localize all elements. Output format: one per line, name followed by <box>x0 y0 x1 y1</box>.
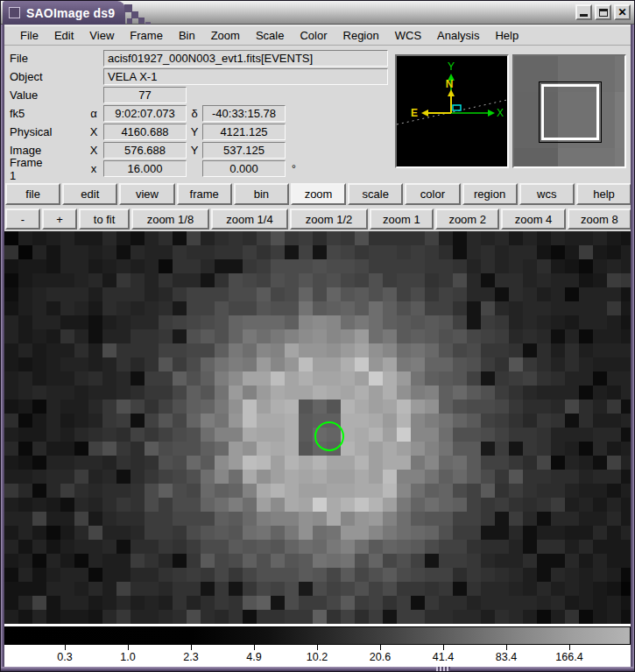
title-tab[interactable]: SAOImage ds9 <box>3 1 125 25</box>
menu-edit[interactable]: Edit <box>46 27 81 44</box>
window-title: SAOImage ds9 <box>26 6 115 20</box>
dec-field[interactable]: -40:33:15.78 <box>202 105 286 122</box>
image-x-field[interactable]: 576.688 <box>103 142 187 159</box>
window-frame-right <box>631 25 634 671</box>
zoom-1-4-button[interactable]: zoom 1/4 <box>211 209 289 230</box>
window-controls: ✕ <box>575 4 631 20</box>
colorbar-label: 10.2 <box>291 651 343 663</box>
frame-label: Frame 1 <box>10 156 43 182</box>
svg-text:Y: Y <box>448 60 455 73</box>
menu-scale[interactable]: Scale <box>248 27 293 44</box>
toolbar-help-button[interactable]: help <box>576 183 631 205</box>
file-value-field[interactable]: acisf01927_000N003_evt1.fits[EVENTS] <box>103 50 388 67</box>
maximize-button[interactable] <box>595 4 611 20</box>
zoom-1-button[interactable]: zoom 1 <box>370 209 434 230</box>
colorbar-tick <box>128 645 129 650</box>
main-toolbar: file edit view frame bin zoom scale colo… <box>4 181 632 207</box>
panner-panel[interactable]: XYNE <box>395 54 509 168</box>
svg-text:E: E <box>411 107 418 119</box>
toolbar-color-button[interactable]: color <box>405 183 460 205</box>
colorbar-tick <box>506 645 507 650</box>
colorbar-label: 166.4 <box>543 651 596 663</box>
image-y-label: Y <box>189 144 200 157</box>
zoom-2-button[interactable]: zoom 2 <box>435 209 499 230</box>
physical-label: Physical <box>10 125 52 138</box>
pixel-value-field[interactable]: 77 <box>103 87 187 103</box>
zoom-in-button[interactable]: + <box>42 209 77 230</box>
fits-image-canvas[interactable] <box>4 231 632 624</box>
colorbar-label: 4.9 <box>228 651 280 663</box>
colorbar-label: 2.3 <box>165 651 217 663</box>
close-icon: ✕ <box>617 7 626 18</box>
ra-field[interactable]: 9:02:07.073 <box>103 105 187 122</box>
menu-zoom[interactable]: Zoom <box>203 27 248 44</box>
toolbar-wcs-button[interactable]: wcs <box>519 183 575 205</box>
physical-y-label: Y <box>189 125 200 138</box>
toolbar-frame-button[interactable]: frame <box>177 183 232 205</box>
menu-view[interactable]: View <box>81 27 122 44</box>
toolbar-zoom-button[interactable]: zoom <box>291 183 346 205</box>
maximize-icon <box>599 9 608 17</box>
zoom-8-button[interactable]: zoom 8 <box>568 209 631 230</box>
rotation-unit-label: ° <box>292 163 296 175</box>
menu-file[interactable]: File <box>12 27 46 44</box>
object-label: Object <box>10 70 43 83</box>
colorbar-tick <box>317 645 318 650</box>
toolbar-view-button[interactable]: view <box>119 183 174 205</box>
menu-color[interactable]: Color <box>292 27 335 44</box>
colorbar-tick <box>380 645 381 650</box>
colorbar-tick <box>65 645 66 650</box>
toolbar-region-button[interactable]: region <box>462 183 518 205</box>
colorbar-label: 0.3 <box>39 651 91 663</box>
frame-rotation-field[interactable]: 0.000 <box>202 160 286 177</box>
delta-label: δ <box>189 107 200 120</box>
file-label: File <box>10 52 28 65</box>
toolbar-file-button[interactable]: file <box>5 183 60 205</box>
colorbar-gradient[interactable] <box>4 626 631 645</box>
frame-zoom-label: x <box>88 162 99 175</box>
toolbar-bin-button[interactable]: bin <box>234 183 289 205</box>
object-value-field[interactable]: VELA X-1 <box>103 68 388 85</box>
window-menu-icon[interactable] <box>9 7 20 18</box>
ds9-window: SAOImage ds9 ✕ File Edit View Frame Bin … <box>0 0 635 672</box>
colorbar-label: 83.4 <box>480 651 533 663</box>
resize-grip-icon[interactable] <box>436 667 450 671</box>
physical-y-field[interactable]: 4121.125 <box>202 124 286 140</box>
colorbar-area: 0.3 1.0 2.3 4.9 10.2 20.6 41.4 83.4 166.… <box>4 624 632 668</box>
zoom-4-button[interactable]: zoom 4 <box>501 209 565 230</box>
colorbar-tick <box>569 645 570 650</box>
colorbar-label: 20.6 <box>354 651 406 663</box>
fk5-label: fk5 <box>10 107 25 120</box>
svg-text:X: X <box>497 107 504 119</box>
colorbar-label: 41.4 <box>417 651 469 663</box>
image-x-label: X <box>88 144 99 157</box>
menu-analysis[interactable]: Analysis <box>429 27 487 44</box>
alpha-label: α <box>88 107 99 120</box>
title-tab-decoration <box>145 22 151 25</box>
menu-help[interactable]: Help <box>487 27 526 44</box>
image-y-field[interactable]: 537.125 <box>202 142 286 159</box>
frame-zoom-field[interactable]: 16.000 <box>103 160 187 177</box>
menu-frame[interactable]: Frame <box>122 27 171 44</box>
title-bar[interactable]: SAOImage ds9 ✕ <box>1 1 635 25</box>
zoom-fit-button[interactable]: to fit <box>79 209 130 230</box>
close-button[interactable]: ✕ <box>614 4 631 20</box>
zoom-out-button[interactable]: - <box>5 209 40 230</box>
panner-compass: XYNE <box>397 56 507 166</box>
image-viewer[interactable] <box>4 231 632 624</box>
toolbar-scale-button[interactable]: scale <box>348 183 403 205</box>
zoom-1-2-button[interactable]: zoom 1/2 <box>290 209 368 230</box>
menu-wcs[interactable]: WCS <box>387 27 429 44</box>
magnifier-panel[interactable] <box>512 54 626 168</box>
toolbar-edit-button[interactable]: edit <box>62 183 117 205</box>
zoom-1-8-button[interactable]: zoom 1/8 <box>131 209 209 230</box>
menu-region[interactable]: Region <box>335 27 387 44</box>
title-tab-decoration <box>127 18 132 24</box>
menu-bin[interactable]: Bin <box>171 27 203 44</box>
minimize-icon <box>580 14 588 17</box>
colorbar-label: 1.0 <box>102 651 154 663</box>
physical-x-field[interactable]: 4160.688 <box>103 124 187 140</box>
colorbar-tick <box>254 645 255 650</box>
window-frame-left <box>1 25 4 671</box>
minimize-button[interactable] <box>575 4 592 20</box>
